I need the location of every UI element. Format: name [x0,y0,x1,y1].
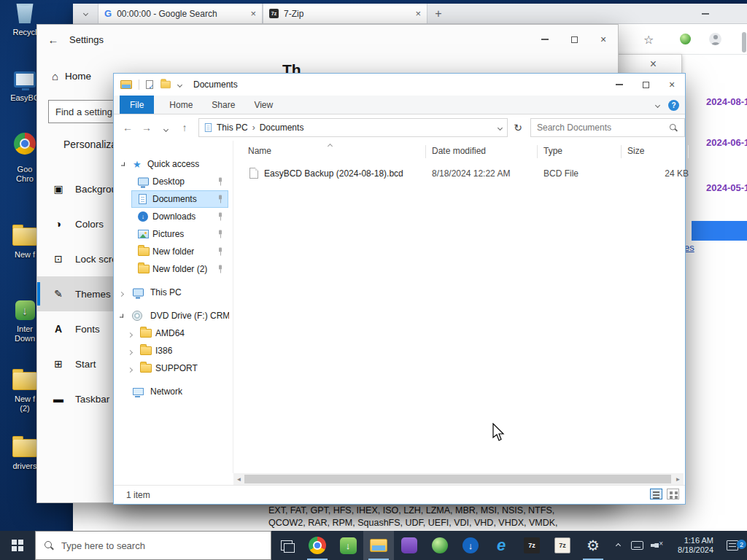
thumbnails-view-button[interactable] [667,489,679,499]
nav-documents-selected[interactable]: Documents [114,190,231,208]
taskbar-chrome[interactable] [302,531,333,560]
back-arrow-icon[interactable]: ← [118,122,137,133]
nav-pictures[interactable]: Pictures [114,225,231,243]
scroll-right-icon[interactable]: ► [673,473,684,485]
taskbar-clock[interactable]: 1:16 AM 8/18/2024 [665,536,718,555]
chevron-expanded-icon[interactable] [121,163,125,166]
ribbon-tab-share[interactable]: Share [202,96,244,114]
taskbar-settings[interactable] [578,531,608,560]
explorer-maximize-button[interactable] [632,74,659,96]
nav-label: Downloads [152,211,196,222]
breadcrumb-current[interactable]: Documents [260,122,304,133]
tray-expand-button[interactable] [608,544,627,548]
divider[interactable] [621,145,622,158]
ribbon-tab-view[interactable]: View [244,96,282,114]
nav-support[interactable]: SUPPORT [114,359,231,377]
tab-close-icon[interactable]: × [250,8,256,19]
history-date-link[interactable]: 2024-05-1 [706,182,747,193]
refresh-icon[interactable]: ↻ [508,122,528,133]
task-view-button[interactable] [271,531,302,560]
nav-this-pc[interactable]: This PC [114,284,231,301]
browser-scrollbar-thumb[interactable] [742,32,746,52]
profile-icon[interactable] [709,33,721,45]
taskbar-internet-explorer[interactable]: e [486,531,516,560]
column-header-size[interactable]: Size [627,146,644,156]
settings-maximize-button[interactable] [560,25,589,54]
settings-minimize-button[interactable] [530,25,560,54]
taskbar-file-explorer[interactable] [363,531,394,560]
file-row[interactable]: EasyBCD Backup (2024-08-18).bcd 8/18/202… [233,167,684,182]
settings-close-button[interactable]: × [589,25,618,54]
nav-amd64[interactable]: AMD64 [114,324,231,342]
nav-new-folder-2[interactable]: New folder (2) [114,260,231,278]
start-button[interactable] [0,531,35,560]
settings-home-item[interactable]: Home [52,70,91,82]
explorer-search-box[interactable] [530,118,685,137]
scroll-left-icon[interactable]: ◄ [233,473,244,485]
nav-i386[interactable]: I386 [114,342,231,359]
new-tab-button[interactable]: + [427,4,449,23]
explorer-close-button[interactable]: × [659,74,685,96]
back-arrow-icon[interactable]: ← [37,34,69,46]
new-folder-icon[interactable] [160,81,171,88]
breadcrumb-root[interactable]: This PC [217,122,248,133]
column-header-type[interactable]: Type [543,146,562,156]
forward-arrow-icon[interactable]: → [137,122,156,133]
minimize-icon [541,39,549,39]
taskbar-idm[interactable] [333,531,363,560]
explorer-minimize-button[interactable] [606,74,632,96]
tab-google-search[interactable]: G 00:00:00 - Google Search × [98,4,263,23]
address-dropdown-icon[interactable] [498,125,503,130]
page-link-fragment[interactable]: es [684,242,694,253]
explorer-search-input[interactable] [537,122,669,133]
taskbar-app-green[interactable] [425,531,455,560]
properties-icon[interactable] [146,80,153,89]
tab-7zip[interactable]: 7z 7-Zip × [263,4,427,23]
nav-downloads[interactable]: Downloads [114,208,231,225]
history-date-link[interactable]: 2024-08-1 [706,96,747,107]
tray-keyboard[interactable] [627,541,646,550]
chevron-collapsed-icon[interactable] [119,292,124,297]
tab-close-icon[interactable]: × [415,8,421,19]
nav-dvd-drive[interactable]: DVD Drive (F:) CRMP [114,307,231,324]
divider[interactable] [688,145,689,158]
column-header-name[interactable]: Name [248,146,271,156]
taskbar-search-box[interactable] [35,531,271,560]
chevron-expanded-icon[interactable] [120,314,123,318]
nav-new-folder[interactable]: New folder [114,243,231,260]
expand-ribbon-icon[interactable] [655,102,660,107]
nav-quick-access[interactable]: Quick access [114,155,231,173]
details-view-button[interactable] [650,489,662,499]
up-arrow-icon[interactable]: ↑ [175,122,194,133]
qat-chevron-icon[interactable] [177,82,182,87]
nav-network[interactable]: Network [114,383,231,400]
history-date-link[interactable]: 2024-06-1 [706,137,747,148]
ribbon-tab-home[interactable]: Home [160,96,202,114]
close-icon[interactable]: × [650,58,657,71]
extension-orb-icon[interactable] [680,34,691,44]
taskbar-download-manager[interactable] [455,531,486,560]
taskbar-search-input[interactable] [61,540,262,551]
tab-list-button[interactable] [73,4,98,23]
bookmark-star-icon[interactable]: ☆ [643,33,654,47]
browser-tab-strip: G 00:00:00 - Google Search × 7z 7-Zip × … [73,4,747,24]
chevron-collapsed-icon[interactable] [128,350,133,355]
divider[interactable] [425,145,426,158]
taskbar-7zip-1[interactable]: 7z [516,531,547,560]
taskbar-app-purple[interactable] [394,531,425,560]
tray-volume[interactable] [646,541,665,550]
chevron-collapsed-icon[interactable] [128,368,133,373]
divider[interactable] [537,145,538,158]
scrollbar-thumb[interactable] [244,475,671,483]
breadcrumb[interactable]: This PC › Documents [198,118,508,137]
action-center-button[interactable]: 2 [718,540,747,551]
ribbon-tab-file[interactable]: File [120,96,154,114]
browser-minimize-button[interactable] [694,4,716,24]
nav-desktop[interactable]: Desktop [114,173,231,190]
column-header-date-modified[interactable]: Date modified [432,146,486,156]
taskbar-7zip-2[interactable]: 7z [547,531,578,560]
help-icon[interactable] [668,100,679,111]
chevron-collapsed-icon[interactable] [128,332,133,338]
horizontal-scrollbar[interactable]: ◄ ► [233,473,684,485]
recent-locations-icon[interactable] [156,122,175,133]
